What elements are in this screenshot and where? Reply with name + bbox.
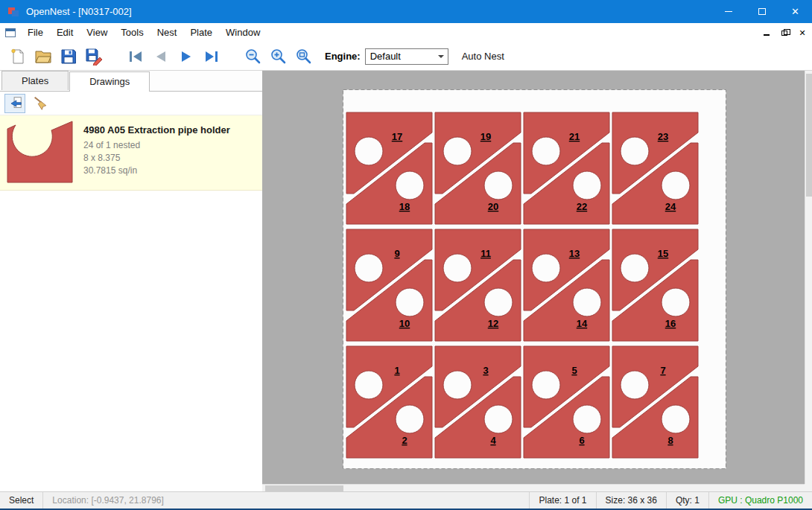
toolbar: Engine: Default Auto Nest [0,42,812,71]
part-number: 17 [392,131,402,142]
part-number: 7 [660,365,665,376]
scrollbar-corner [805,484,812,491]
previous-icon [152,48,170,66]
nest-canvas[interactable]: 171819202122232491011121314151612345678 [262,71,812,491]
part-number: 1 [394,365,399,376]
part-number: 23 [658,131,668,142]
maximize-icon [758,8,766,15]
save-button[interactable] [58,46,79,67]
horizontal-scrollbar-thumb[interactable] [265,485,343,491]
horizontal-scrollbar[interactable] [262,484,805,491]
part-number: 16 [665,318,676,329]
status-location: Location: [-0.9437, 21.8796] [43,492,172,509]
first-plate-button[interactable] [125,46,146,67]
previous-plate-button[interactable] [150,46,171,67]
drawing-info: 4980 A05 Extraction pipe holder 24 of 1 … [76,120,230,184]
zoom-fit-icon [295,48,313,66]
broom-icon [32,95,48,112]
clear-drawings-button[interactable] [30,94,51,113]
menu-bar: File Edit View Tools Nest Plate Window ✕ [0,23,812,42]
status-plate: Plate: 1 of 1 [530,492,595,509]
save-as-button[interactable] [83,46,104,67]
zoom-fit-button[interactable] [294,46,314,67]
status-qty: Qty: 1 [667,492,708,509]
part-number: 13 [569,248,580,259]
zoom-out-button[interactable] [243,46,264,67]
menu-edit[interactable]: Edit [50,25,80,41]
menu-nest[interactable]: Nest [150,25,184,41]
mdi-document-icon [4,27,16,39]
minimize-button[interactable] [711,0,745,23]
open-folder-icon [34,48,52,66]
sidebar-tabs: Plates Drawings [0,71,262,92]
tab-plates[interactable]: Plates [1,71,69,90]
close-icon: ✕ [791,6,799,17]
engine-label: Engine: [325,51,361,62]
part-number: 19 [480,131,491,142]
last-plate-button[interactable] [201,46,222,67]
drawing-nested-count: 24 of 1 nested [83,139,230,152]
part-number: 10 [399,318,410,329]
part-number: 11 [480,248,491,259]
first-icon [127,48,145,66]
import-drawing-button[interactable] [4,94,25,113]
vertical-scrollbar[interactable] [805,71,812,484]
mdi-minimize-button[interactable] [758,25,775,40]
part-number: 20 [488,201,498,212]
app-icon [7,6,19,18]
auto-nest-button[interactable]: Auto Nest [462,51,504,62]
mdi-restore-button[interactable] [776,25,793,40]
mdi-restore-icon [781,31,787,36]
new-document-icon [9,48,27,66]
save-icon [60,48,77,66]
menu-window[interactable]: Window [219,25,267,41]
menu-view[interactable]: View [80,25,114,41]
mdi-close-button[interactable]: ✕ [794,25,811,40]
save-as-icon [85,48,103,66]
drawing-list-item[interactable]: 4980 A05 Extraction pipe holder 24 of 1 … [0,115,262,191]
part-number: 9 [394,248,399,259]
part-number: 3 [483,365,488,376]
plate[interactable]: 171819202122232491011121314151612345678 [343,89,726,469]
status-bar: Select Location: [-0.9437, 21.8796] Plat… [0,491,812,509]
drawing-area: 30.7815 sq/in [83,165,230,177]
chevron-down-icon [438,55,444,58]
menu-tools[interactable]: Tools [114,25,150,41]
vertical-scrollbar-thumb[interactable] [806,74,812,197]
last-icon [203,48,221,66]
part-number: 24 [665,201,676,212]
zoom-in-button[interactable] [268,46,289,67]
minimize-icon [725,11,732,12]
engine-select[interactable]: Default [365,48,448,65]
part-number: 14 [577,318,588,329]
part-number: 12 [488,318,498,329]
menu-plate[interactable]: Plate [183,25,219,41]
next-plate-button[interactable] [176,46,197,67]
part-number: 4 [490,435,496,446]
zoom-in-icon [270,48,288,66]
drawing-title: 4980 A05 Extraction pipe holder [83,124,230,136]
close-button[interactable]: ✕ [778,0,812,23]
import-arrow-icon [7,95,23,112]
part-number: 5 [571,365,577,376]
window-title: OpenNest - [N0317-002] [26,6,132,17]
maximize-button[interactable] [745,0,778,23]
status-mode: Select [0,492,42,509]
drawings-toolbar [0,92,262,115]
part-number: 8 [667,435,673,446]
status-size: Size: 36 x 36 [597,492,666,509]
drawing-size: 8 x 8.375 [83,152,230,165]
tab-drawings[interactable]: Drawings [69,71,150,92]
app-window: OpenNest - [N0317-002] ✕ File Edit View … [0,0,812,510]
sidebar: Plates Drawings [0,71,262,491]
part-number: 21 [569,131,580,142]
menu-file[interactable]: File [21,25,50,41]
engine-value: Default [366,51,435,62]
part-thumbnail [4,120,76,184]
next-icon [177,48,195,66]
part-number: 6 [579,435,584,446]
new-button[interactable] [7,46,28,67]
title-bar: OpenNest - [N0317-002] ✕ [0,0,812,23]
mdi-minimize-icon [764,34,770,36]
open-button[interactable] [33,46,54,67]
